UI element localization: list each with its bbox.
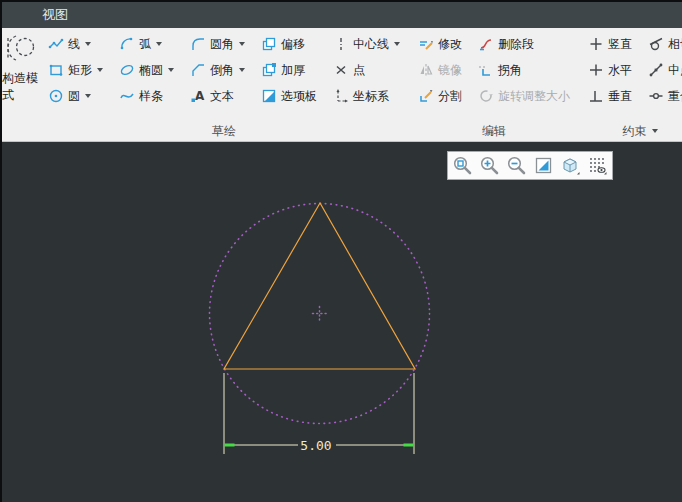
perpendicular-constraint-icon xyxy=(588,88,604,104)
horizontal-constraint-icon xyxy=(588,62,604,78)
corner-icon xyxy=(478,62,494,78)
display-style-icon xyxy=(560,155,581,176)
tab-view[interactable]: 视图 xyxy=(36,6,74,24)
csys-button[interactable]: 坐标系 xyxy=(329,83,404,109)
sketch-canvas[interactable]: 5.00 xyxy=(2,142,682,502)
text-icon: A xyxy=(190,88,206,104)
line-button[interactable]: 线 xyxy=(44,31,107,57)
modify-button[interactable]: 修改 xyxy=(414,31,466,57)
point-button[interactable]: 点 xyxy=(329,57,404,83)
thicken-button[interactable]: 加厚 xyxy=(257,57,321,83)
zoom-out-button[interactable] xyxy=(504,153,529,178)
ellipse-icon xyxy=(119,62,135,78)
circle-label: 圆 xyxy=(68,88,80,105)
centerline-icon xyxy=(333,36,349,52)
dimension-arrowhead xyxy=(404,444,414,447)
dimension-arrowhead xyxy=(225,444,235,447)
offset-label: 偏移 xyxy=(281,36,305,53)
centerline-dropdown-icon[interactable] xyxy=(394,42,400,46)
zoom-in-icon xyxy=(479,155,500,176)
circle-dropdown-icon[interactable] xyxy=(85,94,91,98)
tangent-constraint-button[interactable]: 相切 xyxy=(644,31,682,57)
spline-button[interactable]: 样条 xyxy=(115,83,178,109)
dimension-value[interactable]: 5.00 xyxy=(300,438,331,453)
line-label: 线 xyxy=(68,36,80,53)
chamfer-button[interactable]: 倒角 xyxy=(186,57,249,83)
palette-button[interactable]: 选项板 xyxy=(257,83,321,109)
edit-col-2: 删除段 拐角 旋转调整大小 xyxy=(470,31,578,109)
display-style-button[interactable] xyxy=(558,153,583,178)
chamfer-dropdown-icon[interactable] xyxy=(239,68,245,72)
zoom-out-icon xyxy=(506,155,527,176)
fillet-dropdown-icon[interactable] xyxy=(239,42,245,46)
mirror-icon xyxy=(418,62,434,78)
zoom-refit-button[interactable] xyxy=(450,153,475,178)
point-icon xyxy=(333,62,349,78)
rotate-resize-label: 旋转调整大小 xyxy=(498,88,570,105)
tangent-constraint-label: 相切 xyxy=(668,36,682,53)
mirror-button[interactable]: 镜像 xyxy=(414,57,466,83)
thicken-label: 加厚 xyxy=(281,62,305,79)
rotate-resize-button[interactable]: 旋转调整大小 xyxy=(474,83,574,109)
csys-label: 坐标系 xyxy=(353,88,389,105)
offset-button[interactable]: 偏移 xyxy=(257,31,321,57)
offset-icon xyxy=(261,36,277,52)
circle-button[interactable]: 圆 xyxy=(44,83,107,109)
coincident-constraint-button[interactable]: 重合 xyxy=(644,83,682,109)
rectangle-label: 矩形 xyxy=(68,62,92,79)
modify-icon xyxy=(418,36,434,52)
corner-button[interactable]: 拐角 xyxy=(474,57,574,83)
sketch-col-4: 偏移 加厚 xyxy=(253,31,325,109)
delete-segment-button[interactable]: 删除段 xyxy=(474,31,574,57)
centerline-button[interactable]: 中心线 xyxy=(329,31,404,57)
construction-mode-button[interactable]: 构造模式 xyxy=(2,28,38,141)
ellipse-dropdown-icon[interactable] xyxy=(168,68,174,72)
line-icon xyxy=(48,36,64,52)
midpoint-constraint-label: 中点 xyxy=(668,62,682,79)
delete-segment-icon xyxy=(478,36,494,52)
coincident-constraint-label: 重合 xyxy=(668,88,682,105)
title-bar: 视图 xyxy=(2,2,682,28)
constrain-group-label-text: 约束 xyxy=(623,123,647,140)
spline-label: 样条 xyxy=(139,88,163,105)
vertical-constraint-label: 竖直 xyxy=(608,36,632,53)
modify-label: 修改 xyxy=(438,36,462,53)
constrain-col-1: 竖直 水平 垂直 xyxy=(580,31,640,109)
chamfer-icon xyxy=(190,62,206,78)
csys-icon xyxy=(333,88,349,104)
repaint-button[interactable] xyxy=(531,153,556,178)
group-edit-content: 修改 镜像 xyxy=(410,31,578,121)
repaint-icon xyxy=(533,155,554,176)
divide-button[interactable]: 分割 xyxy=(414,83,466,109)
line-dropdown-icon[interactable] xyxy=(85,42,91,46)
triangle-geometry[interactable] xyxy=(224,203,415,369)
mirror-label: 镜像 xyxy=(438,62,462,79)
midpoint-constraint-icon xyxy=(648,62,664,78)
datum-display-button[interactable] xyxy=(585,153,610,178)
constrain-group-dropdown-icon[interactable] xyxy=(652,129,658,133)
arc-button[interactable]: 弧 xyxy=(115,31,178,57)
circle-icon xyxy=(48,88,64,104)
sketch-group-label: 草绘 xyxy=(40,121,408,141)
vertical-constraint-button[interactable]: 竖直 xyxy=(584,31,636,57)
sketch-drawing[interactable]: 5.00 xyxy=(2,142,682,502)
view-toolbar xyxy=(447,151,613,180)
midpoint-constraint-button[interactable]: 中点 xyxy=(644,57,682,83)
text-button[interactable]: A 文本 xyxy=(186,83,249,109)
palette-label: 选项板 xyxy=(281,88,317,105)
rectangle-dropdown-icon[interactable] xyxy=(97,68,103,72)
construction-circle[interactable] xyxy=(210,204,430,424)
constrain-group-label[interactable]: 约束 xyxy=(580,121,682,141)
ellipse-button[interactable]: 椭圆 xyxy=(115,57,178,83)
zoom-in-button[interactable] xyxy=(477,153,502,178)
group-constrain: 竖直 水平 垂直 xyxy=(580,28,682,141)
divide-icon xyxy=(418,88,434,104)
fillet-button[interactable]: 圆角 xyxy=(186,31,249,57)
horizontal-constraint-button[interactable]: 水平 xyxy=(584,57,636,83)
centerline-label: 中心线 xyxy=(353,36,389,53)
rectangle-button[interactable]: 矩形 xyxy=(44,57,107,83)
arc-dropdown-icon[interactable] xyxy=(156,42,162,46)
palette-icon xyxy=(261,88,277,104)
perpendicular-constraint-button[interactable]: 垂直 xyxy=(584,83,636,109)
ribbon: 构造模式 线 xyxy=(2,28,682,142)
